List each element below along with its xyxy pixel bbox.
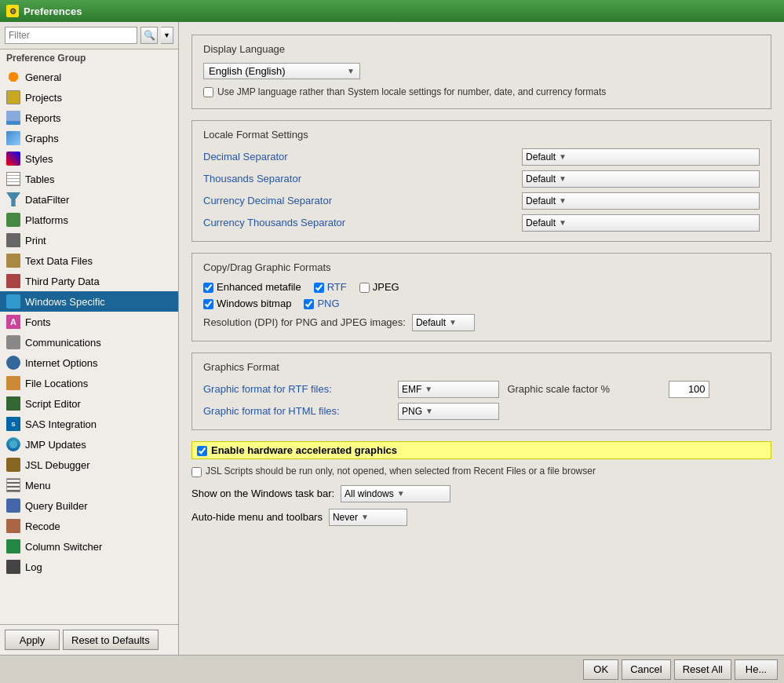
rtf-format-value: EMF bbox=[402, 384, 421, 395]
reset-all-button[interactable]: Reset All bbox=[674, 659, 731, 680]
right-content: Display Language English (English) ▼ Use… bbox=[179, 22, 784, 655]
sidebar-item-thirdparty[interactable]: Third Party Data bbox=[0, 271, 178, 291]
sidebar-label-recode: Recode bbox=[25, 520, 60, 532]
apply-button[interactable]: Apply bbox=[5, 630, 60, 650]
fonts-icon: A bbox=[6, 315, 20, 329]
sidebar-bottom-buttons: Apply Reset to Defaults bbox=[0, 624, 178, 655]
use-jmp-language-checkbox[interactable] bbox=[203, 87, 213, 97]
rtf-format-label: Graphic format for RTF files: bbox=[203, 383, 390, 395]
sidebar-label-sas: SAS Integration bbox=[25, 418, 97, 430]
sidebar-item-tables[interactable]: Tables bbox=[0, 169, 178, 189]
taskbar-row: Show on the Windows task bar: All window… bbox=[191, 485, 771, 502]
reset-to-defaults-button[interactable]: Reset to Defaults bbox=[63, 630, 159, 650]
sidebar-item-log[interactable]: Log bbox=[0, 557, 178, 577]
sidebar-label-scripteditor: Script Editor bbox=[25, 398, 81, 410]
sidebar-item-querybuilder[interactable]: Query Builder bbox=[0, 495, 178, 516]
html-format-select[interactable]: PNG ▼ bbox=[398, 403, 499, 420]
sidebar-item-jmpupdates[interactable]: JMP Updates bbox=[0, 434, 178, 455]
sidebar-item-platforms[interactable]: Platforms bbox=[0, 210, 178, 230]
enhanced-metafile-checkbox[interactable] bbox=[203, 283, 213, 293]
sidebar-item-columnswitcher[interactable]: Column Switcher bbox=[0, 536, 178, 557]
language-select-arrow: ▼ bbox=[347, 67, 355, 75]
title-text: Preferences bbox=[24, 5, 82, 17]
graphics-format-grid: Graphic format for RTF files: EMF ▼ Grap… bbox=[203, 381, 760, 420]
currency-decimal-select[interactable]: Default ▼ bbox=[522, 192, 760, 210]
enable-hardware-checkbox[interactable] bbox=[197, 446, 207, 456]
preference-group-label: Preference Group bbox=[0, 49, 178, 67]
thousands-separator-label: Thousands Separator bbox=[203, 173, 512, 184]
sidebar-list: General Projects Reports Graphs Styles bbox=[0, 67, 178, 624]
png-checkbox[interactable] bbox=[304, 299, 314, 309]
taskbar-label: Show on the Windows task bar: bbox=[191, 488, 334, 499]
rtf-checkbox[interactable] bbox=[314, 283, 324, 293]
taskbar-select-value: All windows bbox=[345, 488, 394, 499]
recode-icon bbox=[6, 519, 20, 533]
taskbar-select[interactable]: All windows ▼ bbox=[341, 485, 450, 502]
enable-hardware-row: Enable hardware accelerated graphics bbox=[191, 441, 771, 459]
filter-dropdown-button[interactable]: ▼ bbox=[161, 27, 173, 44]
bottom-action-buttons: OK Cancel Reset All He... bbox=[0, 655, 784, 683]
formats-row-2: Windows bitmap PNG bbox=[203, 298, 760, 309]
sidebar-item-datafilter[interactable]: DataFilter bbox=[0, 189, 178, 210]
sidebar-item-jsldebugger[interactable]: JSL Debugger bbox=[0, 455, 178, 475]
sidebar-item-recode[interactable]: Recode bbox=[0, 516, 178, 536]
sidebar-item-print[interactable]: Print bbox=[0, 230, 178, 250]
rtf-item: RTF bbox=[314, 281, 347, 293]
app-icon: ⚙ bbox=[6, 5, 19, 17]
thousands-separator-select[interactable]: Default ▼ bbox=[522, 170, 760, 188]
language-select-value: English (English) bbox=[209, 65, 286, 77]
sidebar-label-internet: Internet Options bbox=[25, 357, 98, 369]
currency-thousands-label: Currency Thousands Separator bbox=[203, 217, 512, 228]
enhanced-metafile-label: Enhanced metafile bbox=[217, 281, 301, 293]
sidebar-label-styles: Styles bbox=[25, 153, 53, 165]
sidebar-item-windows[interactable]: Windows Specific bbox=[0, 291, 178, 312]
sidebar-item-sas[interactable]: S SAS Integration bbox=[0, 414, 178, 434]
taskbar-select-arrow: ▼ bbox=[397, 489, 405, 498]
use-jmp-language-label: Use JMP language rather than System loca… bbox=[217, 86, 606, 99]
help-button[interactable]: He... bbox=[735, 659, 778, 680]
sidebar-item-filelocations[interactable]: File Locations bbox=[0, 373, 178, 393]
jsl-scripts-checkbox[interactable] bbox=[191, 467, 202, 477]
sidebar-label-jsldebugger: JSL Debugger bbox=[25, 459, 90, 471]
sidebar-item-internet[interactable]: Internet Options bbox=[0, 352, 178, 373]
currency-thousands-arrow: ▼ bbox=[559, 218, 567, 227]
jpeg-checkbox[interactable] bbox=[359, 283, 370, 293]
sidebar-item-reports[interactable]: Reports bbox=[0, 108, 178, 128]
cancel-button[interactable]: Cancel bbox=[622, 659, 670, 680]
rtf-format-select[interactable]: EMF ▼ bbox=[398, 381, 499, 398]
dpi-select[interactable]: Default ▼ bbox=[412, 314, 475, 331]
scale-factor-input[interactable] bbox=[669, 381, 709, 398]
filter-input[interactable] bbox=[5, 27, 137, 44]
autohide-select[interactable]: Never ▼ bbox=[329, 509, 407, 526]
rtf-label: RTF bbox=[327, 281, 347, 293]
sidebar-item-styles[interactable]: Styles bbox=[0, 148, 178, 169]
autohide-select-value: Never bbox=[333, 512, 358, 523]
sidebar-item-graphs[interactable]: Graphs bbox=[0, 128, 178, 148]
reports-icon bbox=[6, 111, 20, 125]
sidebar-label-menu: Menu bbox=[25, 480, 51, 491]
filter-search-button[interactable]: 🔍 bbox=[140, 27, 158, 44]
copy-drag-formats-section: Copy/Drag Graphic Formats Enhanced metaf… bbox=[191, 253, 771, 342]
windows-bitmap-label: Windows bitmap bbox=[217, 298, 291, 309]
sidebar-item-scripteditor[interactable]: Script Editor bbox=[0, 393, 178, 414]
currency-thousands-select[interactable]: Default ▼ bbox=[522, 214, 760, 232]
decimal-separator-value: Default bbox=[526, 152, 556, 163]
html-format-arrow: ▼ bbox=[425, 407, 433, 415]
decimal-separator-select[interactable]: Default ▼ bbox=[522, 148, 760, 166]
sidebar-item-projects[interactable]: Projects bbox=[0, 87, 178, 108]
sidebar-label-textdata: Text Data Files bbox=[25, 255, 93, 267]
language-select[interactable]: English (English) ▼ bbox=[203, 63, 360, 79]
sidebar-item-menu[interactable]: Menu bbox=[0, 475, 178, 495]
enable-hardware-label: Enable hardware accelerated graphics bbox=[211, 444, 397, 456]
sidebar-label-reports: Reports bbox=[25, 112, 61, 124]
sidebar-item-textdata[interactable]: Text Data Files bbox=[0, 250, 178, 271]
sidebar-label-print: Print bbox=[25, 235, 46, 247]
ok-button[interactable]: OK bbox=[583, 659, 618, 680]
jpeg-item: JPEG bbox=[359, 281, 399, 293]
sidebar-item-general[interactable]: General bbox=[0, 67, 178, 87]
main-container: 🔍 ▼ Preference Group General Projects Re… bbox=[0, 22, 784, 683]
sidebar-item-fonts[interactable]: A Fonts bbox=[0, 312, 178, 332]
windows-bitmap-checkbox[interactable] bbox=[203, 299, 213, 309]
sidebar-item-communications[interactable]: Communications bbox=[0, 332, 178, 352]
graphics-format-title: Graphics Format bbox=[203, 361, 760, 373]
